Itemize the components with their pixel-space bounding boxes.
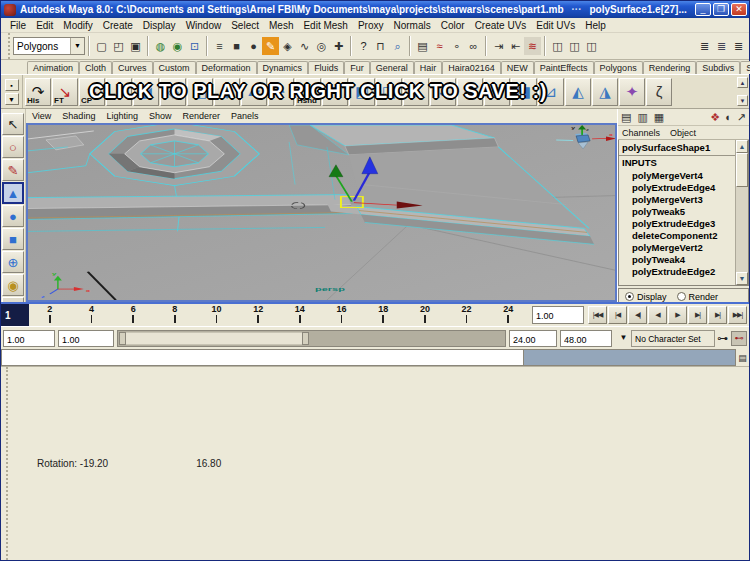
shelf-tab[interactable]: Rendering xyxy=(643,61,697,74)
character-set-dropdown-icon[interactable]: ▼ xyxy=(616,331,631,346)
channel-scrollbar[interactable]: ▲ ▼ xyxy=(735,140,748,285)
tool-button[interactable]: ↖ xyxy=(2,113,24,135)
display-radio[interactable]: Display xyxy=(625,292,667,302)
input-output-icon[interactable]: ⇤ xyxy=(507,37,524,55)
input-node[interactable]: polyExtrudeEdge4 xyxy=(619,181,735,193)
perspective-viewport[interactable]: y z x y x z persp xyxy=(26,123,617,302)
playback-button[interactable]: ▶| xyxy=(708,306,727,324)
editor-toggle-icon[interactable]: ≣ xyxy=(696,37,713,55)
file-icon[interactable]: ◰ xyxy=(110,37,127,55)
frame-tick[interactable]: 22 xyxy=(446,304,488,326)
channel-layout-icon[interactable]: ▤ xyxy=(621,111,631,124)
frame-tick[interactable]: 6 xyxy=(112,304,154,326)
tool-button[interactable]: ✎ xyxy=(2,159,24,181)
status-grip[interactable] xyxy=(3,33,10,59)
tool-button[interactable]: ● xyxy=(2,205,24,227)
frame-tick[interactable]: 18 xyxy=(362,304,404,326)
help-icon[interactable]: ? xyxy=(355,37,372,55)
render-icon[interactable]: ◫ xyxy=(566,37,583,55)
help-icon[interactable]: ⊓ xyxy=(372,37,389,55)
snap-icon[interactable]: ■ xyxy=(228,37,245,55)
shelf-button[interactable]: ✦ xyxy=(619,78,645,106)
menu-item[interactable]: Normals xyxy=(388,20,435,31)
script-editor-icon[interactable]: ▤ xyxy=(736,349,749,366)
history-icon[interactable]: ∞ xyxy=(465,37,482,55)
frame-tick[interactable]: 8 xyxy=(154,304,196,326)
shelf-tab[interactable]: Fluids xyxy=(308,61,344,74)
frame-tick[interactable]: 24 xyxy=(487,304,529,326)
playback-button[interactable]: |◀ xyxy=(608,306,627,324)
input-node[interactable]: polyMergeVert2 xyxy=(619,241,735,253)
playback-button[interactable]: |◀◀ xyxy=(588,306,607,324)
tool-button[interactable]: ⊕ xyxy=(2,251,24,273)
selection-mode-icon[interactable]: ◍ xyxy=(152,37,169,55)
shape-node-name[interactable]: polySurfaceShape1 xyxy=(619,141,735,156)
tool-button[interactable]: ■ xyxy=(2,228,24,250)
history-icon[interactable]: ∘ xyxy=(448,37,465,55)
snap-icon[interactable]: ◎ xyxy=(313,37,330,55)
channel-util-icon[interactable]: ◐ xyxy=(725,111,732,124)
shelf-tab[interactable]: Cloth xyxy=(79,61,112,74)
menu-item[interactable]: Edit xyxy=(31,20,58,31)
menu-item[interactable]: Edit UVs xyxy=(531,20,580,31)
status-separator[interactable] xyxy=(88,36,90,56)
snap-icon[interactable]: ≡ xyxy=(211,37,228,55)
snap-icon[interactable]: ● xyxy=(245,37,262,55)
selection-mode-icon[interactable]: ⊡ xyxy=(186,37,203,55)
shelf-tab[interactable]: Fur xyxy=(344,61,370,74)
character-set-field[interactable]: No Character Set xyxy=(631,330,715,347)
snap-icon[interactable]: ✎ xyxy=(262,37,279,55)
tool-button[interactable]: ▲ xyxy=(2,182,24,204)
panel-menu-item[interactable]: Lighting xyxy=(106,111,138,121)
menu-item[interactable]: Modify xyxy=(58,20,97,31)
shelf-scroll-down-icon[interactable]: ▼ xyxy=(737,95,748,106)
playback-end-field[interactable] xyxy=(509,330,557,347)
input-output-icon[interactable]: ≋ xyxy=(524,37,541,55)
menu-item[interactable]: Display xyxy=(138,20,181,31)
playback-button[interactable]: ◀| xyxy=(628,306,647,324)
current-time-field[interactable] xyxy=(532,306,584,324)
help-icon[interactable]: ⌕ xyxy=(389,37,406,55)
input-node[interactable]: polyTweak5 xyxy=(619,205,735,217)
time-slider[interactable]: 1 2 4 6 8 10 12 14 xyxy=(1,302,749,326)
frame-tick[interactable]: 10 xyxy=(196,304,238,326)
frame-tick[interactable]: 14 xyxy=(279,304,321,326)
scroll-up-icon[interactable]: ▲ xyxy=(736,140,748,153)
panel-menu-item[interactable]: View xyxy=(32,111,51,121)
tool-button[interactable]: ◉ xyxy=(2,274,24,296)
status-separator[interactable] xyxy=(485,36,487,56)
editor-toggle-icon[interactable]: ≣ xyxy=(730,37,747,55)
file-icon[interactable]: ▢ xyxy=(93,37,110,55)
range-slider[interactable] xyxy=(117,330,506,347)
menu-item[interactable]: File xyxy=(5,20,31,31)
status-separator[interactable] xyxy=(147,36,149,56)
selection-mode-icon[interactable]: ◉ xyxy=(169,37,186,55)
scroll-down-icon[interactable]: ▼ xyxy=(736,272,748,285)
shelf-menu-button[interactable]: ▪ xyxy=(5,79,19,91)
shelf-menu-button[interactable]: ▼ xyxy=(5,93,19,105)
shelf-tab[interactable]: NEW xyxy=(501,61,534,74)
render-icon[interactable]: ◫ xyxy=(549,37,566,55)
panel-menu-item[interactable]: Shading xyxy=(62,111,95,121)
input-node[interactable]: polyTweak4 xyxy=(619,253,735,265)
frame-tick[interactable]: 4 xyxy=(71,304,113,326)
menu-item[interactable]: Mesh xyxy=(264,20,298,31)
menu-item[interactable]: Window xyxy=(181,20,227,31)
shelf-scroll-up-icon[interactable]: ▲ xyxy=(737,77,748,88)
menu-item[interactable]: Select xyxy=(226,20,264,31)
frame-tick[interactable]: 20 xyxy=(404,304,446,326)
render-radio[interactable]: Render xyxy=(677,292,719,302)
frame-tick[interactable]: 16 xyxy=(321,304,363,326)
channel-menu-item[interactable]: Object xyxy=(670,128,696,138)
shelf-tab[interactable]: Surfaces xyxy=(740,61,750,74)
shelf-button[interactable]: ζ xyxy=(646,78,672,106)
status-separator[interactable] xyxy=(544,36,546,56)
shelf-tab[interactable]: Subdivs xyxy=(696,61,740,74)
auto-key-toggle[interactable]: ⊷ xyxy=(731,331,747,346)
tool-button[interactable]: ○ xyxy=(2,136,24,158)
menu-item[interactable]: Create UVs xyxy=(470,20,532,31)
frame-tick[interactable]: 2 xyxy=(29,304,71,326)
shelf-tab[interactable]: Animation xyxy=(27,61,79,74)
input-output-icon[interactable]: ⇥ xyxy=(490,37,507,55)
shelf-button[interactable]: ◮ xyxy=(592,78,618,106)
